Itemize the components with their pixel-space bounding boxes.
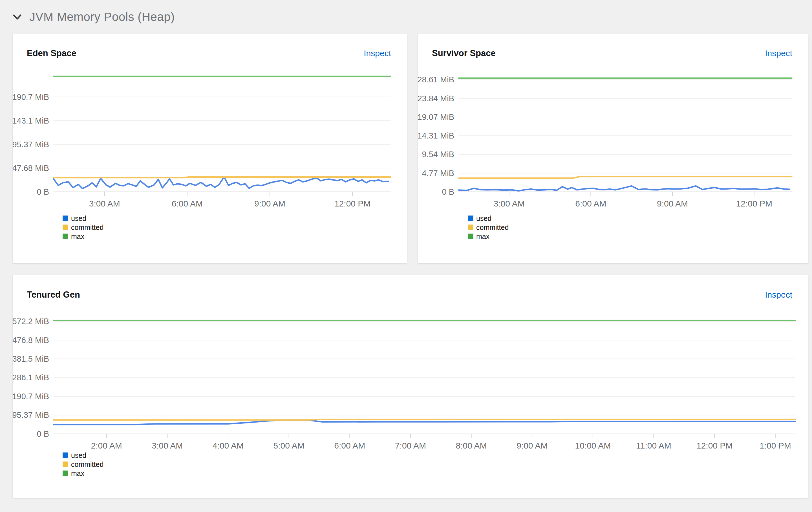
panel-tenured-gen: Tenured Gen Inspect 2:00 AM3:00 AM4:00 A… bbox=[13, 275, 808, 498]
y-tick-label: 19.07 MiB bbox=[418, 113, 454, 121]
legend-item-used: used bbox=[468, 215, 509, 222]
x-tick-label: 6:00 AM bbox=[172, 199, 203, 208]
legend-label-committed: committed bbox=[71, 224, 104, 230]
legend-swatch-max bbox=[63, 234, 68, 239]
x-tick-label: 12:00 PM bbox=[736, 199, 772, 208]
y-tick-label: 9.54 MiB bbox=[422, 150, 454, 159]
legend-item-used: used bbox=[63, 452, 104, 458]
x-axis: 3:00 AM6:00 AM9:00 AM12:00 PM bbox=[494, 192, 772, 208]
x-tick-label: 9:00 AM bbox=[657, 199, 688, 208]
legend-label-max: max bbox=[71, 233, 84, 239]
legend-label-committed: committed bbox=[476, 224, 509, 230]
legend-item-max: max bbox=[63, 470, 104, 477]
y-axis-labels: 0 B4.77 MiB9.54 MiB14.31 MiB19.07 MiB23.… bbox=[418, 75, 454, 196]
legend-item-max: max bbox=[63, 233, 104, 239]
gridlines bbox=[54, 321, 795, 434]
series-used bbox=[459, 186, 789, 191]
x-tick-label: 1:00 PM bbox=[759, 441, 791, 450]
y-tick-label: 28.61 MiB bbox=[418, 75, 454, 84]
y-tick-label: 476.8 MiB bbox=[13, 336, 49, 345]
y-axis-labels: 0 B47.68 MiB95.37 MiB143.1 MiB190.7 MiB bbox=[13, 92, 49, 196]
y-tick-label: 190.7 MiB bbox=[13, 392, 49, 401]
section-header-jvm-memory-pools: JVM Memory Pools (Heap) bbox=[12, 10, 175, 24]
series-used bbox=[54, 420, 795, 425]
legend-item-committed: committed bbox=[468, 224, 509, 230]
x-tick-label: 6:00 AM bbox=[334, 441, 365, 450]
legend-item-committed: committed bbox=[63, 224, 104, 230]
gridlines bbox=[459, 80, 792, 192]
series-used bbox=[54, 177, 388, 189]
x-tick-label: 3:00 AM bbox=[152, 441, 183, 450]
x-tick-label: 5:00 AM bbox=[273, 441, 304, 450]
y-tick-label: 286.1 MiB bbox=[13, 373, 49, 382]
y-axis-labels: 0 B95.37 MiB190.7 MiB286.1 MiB381.5 MiB4… bbox=[13, 317, 49, 438]
y-tick-label: 14.31 MiB bbox=[418, 131, 454, 140]
section-title: JVM Memory Pools (Heap) bbox=[29, 10, 175, 24]
y-tick-label: 143.1 MiB bbox=[13, 116, 49, 125]
legend-label-max: max bbox=[476, 233, 489, 239]
x-tick-label: 8:00 AM bbox=[456, 441, 487, 450]
y-tick-label: 95.37 MiB bbox=[13, 410, 49, 420]
x-axis: 3:00 AM6:00 AM9:00 AM12:00 PM bbox=[89, 192, 371, 208]
legend-label-max: max bbox=[71, 470, 84, 477]
series-committed bbox=[459, 177, 792, 178]
legend-item-used: used bbox=[63, 215, 104, 222]
y-tick-label: 190.7 MiB bbox=[13, 92, 49, 102]
x-tick-label: 12:00 PM bbox=[696, 441, 732, 450]
legend-swatch-max bbox=[63, 471, 68, 476]
legend-label-used: used bbox=[71, 452, 86, 458]
x-tick-label: 6:00 AM bbox=[575, 199, 606, 208]
legend-swatch-committed bbox=[468, 225, 473, 230]
x-tick-label: 2:00 AM bbox=[91, 441, 122, 450]
x-tick-label: 9:00 AM bbox=[254, 199, 285, 208]
y-tick-label: 0 B bbox=[37, 187, 49, 196]
x-tick-label: 10:00 AM bbox=[575, 441, 611, 450]
y-tick-label: 95.37 MiB bbox=[13, 140, 49, 149]
y-tick-label: 381.5 MiB bbox=[13, 354, 49, 363]
legend-label-used: used bbox=[71, 215, 86, 222]
panel-eden-space: Eden Space Inspect 3:00 AM6:00 AM9:00 AM… bbox=[13, 34, 407, 263]
legend-item-max: max bbox=[468, 233, 509, 239]
panel-survivor-space: Survivor Space Inspect 3:00 AM6:00 AM9:0… bbox=[418, 34, 808, 263]
survivor-chart-legend: usedcommittedmax bbox=[468, 215, 509, 242]
tenured-gen-chart[interactable]: 2:00 AM3:00 AM4:00 AM5:00 AM6:00 AM7:00 … bbox=[13, 275, 808, 498]
series-committed bbox=[54, 419, 795, 420]
collapse-chevron-icon[interactable] bbox=[12, 13, 22, 21]
tenured-chart-legend: usedcommittedmax bbox=[63, 452, 104, 479]
x-tick-label: 4:00 AM bbox=[212, 441, 243, 450]
x-tick-label: 9:00 AM bbox=[517, 441, 548, 450]
x-axis: 2:00 AM3:00 AM4:00 AM5:00 AM6:00 AM7:00 … bbox=[91, 434, 791, 450]
legend-swatch-committed bbox=[63, 225, 68, 230]
legend-item-committed: committed bbox=[63, 461, 104, 467]
legend-label-committed: committed bbox=[71, 461, 104, 467]
legend-swatch-used bbox=[63, 453, 68, 458]
y-tick-label: 23.84 MiB bbox=[418, 94, 454, 103]
y-tick-label: 4.77 MiB bbox=[422, 169, 454, 178]
y-tick-label: 0 B bbox=[37, 429, 49, 438]
x-tick-label: 7:00 AM bbox=[395, 441, 426, 450]
x-tick-label: 11:00 AM bbox=[636, 441, 671, 450]
y-tick-label: 0 B bbox=[442, 187, 454, 196]
x-tick-label: 12:00 PM bbox=[335, 199, 371, 208]
eden-chart-legend: usedcommittedmax bbox=[63, 215, 104, 242]
legend-swatch-used bbox=[63, 216, 68, 221]
y-tick-label: 47.68 MiB bbox=[13, 164, 49, 173]
x-tick-label: 3:00 AM bbox=[89, 199, 120, 208]
x-tick-label: 3:00 AM bbox=[494, 199, 525, 208]
y-tick-label: 572.2 MiB bbox=[13, 317, 49, 326]
series-committed bbox=[54, 177, 390, 177]
legend-swatch-committed bbox=[63, 461, 68, 467]
legend-swatch-max bbox=[468, 234, 473, 239]
legend-label-used: used bbox=[476, 215, 491, 222]
legend-swatch-used bbox=[468, 216, 473, 221]
